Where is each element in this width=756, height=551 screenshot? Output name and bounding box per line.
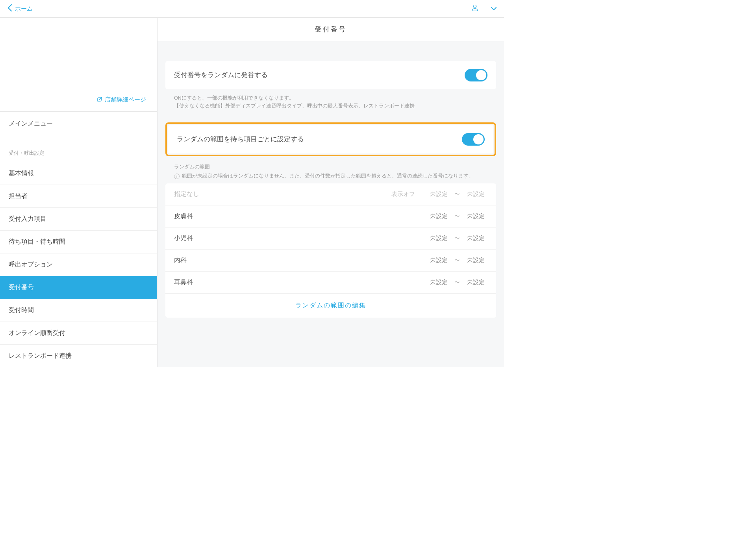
range-row-ent: 耳鼻科 未設定 〜 未設定 <box>165 272 496 294</box>
toggle-range-per-item-label: ランダムの範囲を待ち項目ごとに設定する <box>177 135 304 144</box>
range-to: 未設定 <box>464 257 487 264</box>
random-range-note: i 範囲が未設定の場合はランダムになりません。また、受付の件数が指定した範囲を超… <box>165 173 496 183</box>
sidebar-item-reception-fields[interactable]: 受付入力項目 <box>0 208 157 231</box>
back-button[interactable]: ホーム <box>7 4 33 13</box>
store-block: 店舗詳細ページ <box>0 18 157 112</box>
range-from: 未設定 <box>427 190 450 198</box>
back-label: ホーム <box>15 5 33 13</box>
store-detail-link-label: 店舗詳細ページ <box>105 96 146 104</box>
range-tilde: 〜 <box>450 213 464 220</box>
sidebar-item-staff[interactable]: 担当者 <box>0 185 157 208</box>
range-tilde: 〜 <box>450 235 464 242</box>
external-link-icon <box>97 96 102 103</box>
range-from: 未設定 <box>427 257 450 264</box>
toggle-range-per-item-card: ランダムの範囲を待ち項目ごとに設定する <box>168 125 493 153</box>
range-tilde: 〜 <box>450 279 464 286</box>
edit-range-row: ランダムの範囲の編集 <box>165 294 496 318</box>
range-row-none: 指定なし 表示オフ 未設定 〜 未設定 <box>165 183 496 205</box>
range-tilde: 〜 <box>450 191 464 198</box>
sidebar-item-wait-items[interactable]: 待ち項目・待ち時間 <box>0 231 157 253</box>
help-line-2: 【使えなくなる機能】外部ディスプレイ連番呼出タイプ、呼出中の最大番号表示、レスト… <box>174 102 487 110</box>
range-row-name: 内科 <box>174 256 427 264</box>
sidebar-item-call-options[interactable]: 呼出オプション <box>0 253 157 276</box>
user-icon[interactable] <box>471 4 479 13</box>
range-row-dermatology: 皮膚科 未設定 〜 未設定 <box>165 205 496 227</box>
main-menu-label[interactable]: メインメニュー <box>0 112 157 136</box>
range-to: 未設定 <box>464 190 487 198</box>
sidebar-section-head: 受付・呼出設定 <box>0 136 157 162</box>
range-from: 未設定 <box>427 213 450 220</box>
range-row-name: 皮膚科 <box>174 212 427 220</box>
edit-range-link[interactable]: ランダムの範囲の編集 <box>295 302 366 309</box>
info-icon: i <box>174 174 180 179</box>
range-row-name: 耳鼻科 <box>174 278 427 287</box>
range-to: 未設定 <box>464 213 487 220</box>
random-range-block: ランダムの範囲 i 範囲が未設定の場合はランダムになりません。また、受付の件数が… <box>165 163 496 318</box>
range-from: 未設定 <box>427 279 450 286</box>
range-row-internal-medicine: 内科 未設定 〜 未設定 <box>165 250 496 272</box>
display-off-label: 表示オフ <box>391 190 415 198</box>
random-range-list: 指定なし 表示オフ 未設定 〜 未設定 皮膚科 未設定 〜 未設定 小児科 <box>165 183 496 318</box>
highlight-frame: ランダムの範囲を待ち項目ごとに設定する <box>165 122 496 156</box>
range-from: 未設定 <box>427 235 450 242</box>
toggle-random-number[interactable] <box>465 69 487 81</box>
range-row-name: 小児科 <box>174 234 427 242</box>
main: 受付番号 受付番号をランダムに発番する ONにすると、一部の機能が利用できなくな… <box>158 18 504 367</box>
sidebar-item-restaurant-board[interactable]: レストランボード連携 <box>0 345 157 367</box>
sidebar-item-basic-info[interactable]: 基本情報 <box>0 162 157 185</box>
help-line-1: ONにすると、一部の機能が利用できなくなります。 <box>174 94 487 102</box>
store-detail-link[interactable]: 店舗詳細ページ <box>97 96 146 104</box>
sidebar: 店舗詳細ページ メインメニュー 受付・呼出設定 基本情報 担当者 受付入力項目 … <box>0 18 158 367</box>
toggle-random-number-label: 受付番号をランダムに発番する <box>174 71 268 80</box>
random-range-head: ランダムの範囲 <box>165 163 496 173</box>
toggle-random-number-card: 受付番号をランダムに発番する <box>165 61 496 89</box>
range-row-pediatrics: 小児科 未設定 〜 未設定 <box>165 227 496 250</box>
toggle-random-number-help: ONにすると、一部の機能が利用できなくなります。 【使えなくなる機能】外部ディス… <box>165 89 496 111</box>
topbar-right <box>471 4 497 13</box>
page-title: 受付番号 <box>158 18 504 41</box>
sidebar-item-reception-number[interactable]: 受付番号 <box>0 276 157 299</box>
chevron-down-icon[interactable] <box>491 6 497 12</box>
sidebar-item-reception-hours[interactable]: 受付時間 <box>0 299 157 322</box>
random-range-note-text: 範囲が未設定の場合はランダムになりません。また、受付の件数が指定した範囲を超える… <box>182 173 474 179</box>
topbar: ホーム <box>0 0 504 18</box>
range-row-name: 指定なし <box>174 190 391 198</box>
range-to: 未設定 <box>464 235 487 242</box>
sidebar-item-online-queue[interactable]: オンライン順番受付 <box>0 322 157 345</box>
chevron-left-icon <box>7 4 13 13</box>
toggle-range-per-item[interactable] <box>462 133 485 146</box>
range-to: 未設定 <box>464 279 487 286</box>
range-tilde: 〜 <box>450 257 464 264</box>
